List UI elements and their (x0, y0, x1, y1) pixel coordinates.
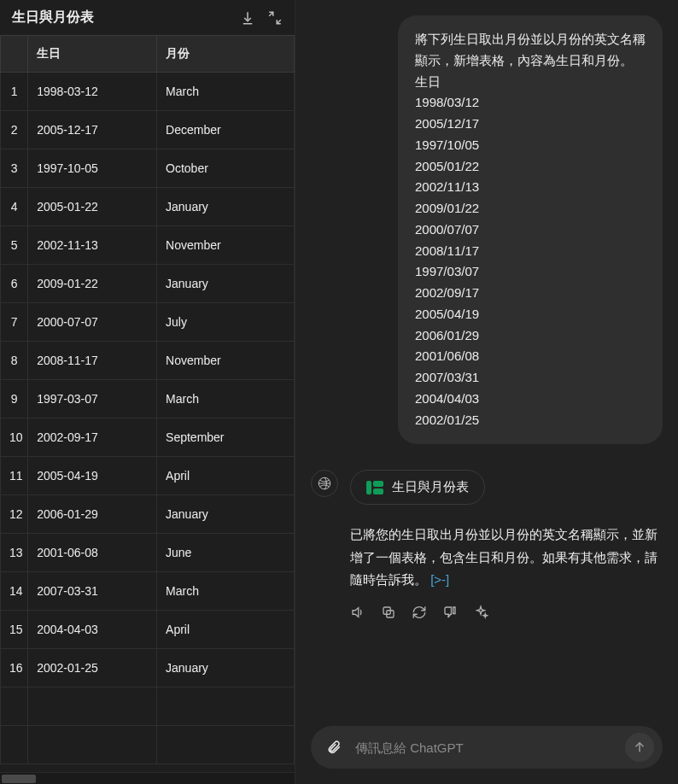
message-input[interactable] (355, 740, 618, 755)
cell-birthday: 2004-04-03 (28, 611, 157, 649)
user-date-line: 1998/03/12 (415, 92, 646, 114)
row-number: 15 (1, 611, 28, 649)
assistant-avatar-icon (311, 470, 338, 497)
table-row[interactable]: 102002-09-17September (1, 418, 295, 457)
cell-birthday: 2001-06-08 (28, 534, 157, 572)
cell-birthday: 2000-07-07 (28, 303, 157, 342)
user-date-line: 2005/12/17 (415, 114, 646, 135)
panel-title: 生日與月份表 (12, 9, 94, 26)
scrollbar-thumb[interactable] (2, 775, 36, 783)
table-chip[interactable]: 生日與月份表 (350, 470, 485, 505)
table-container: 生日 月份 11998-03-12March22005-12-17Decembe… (0, 35, 295, 772)
row-number: 12 (1, 495, 28, 534)
row-number: 9 (1, 380, 28, 418)
message-actions (350, 605, 663, 620)
composer-area (295, 716, 678, 784)
user-date-line: 2005/04/19 (415, 304, 646, 325)
cell-birthday: 2002-11-13 (28, 226, 157, 265)
cell-month: October (157, 149, 295, 188)
row-number: 8 (1, 342, 28, 380)
composer (311, 726, 663, 769)
cell-month: November (157, 342, 295, 380)
cell-month: January (157, 188, 295, 226)
row-number: 11 (1, 457, 28, 495)
user-date-line: 2008/11/17 (415, 241, 646, 262)
table-row[interactable]: 122006-01-29January (1, 495, 295, 534)
chat-panel: 將下列生日取出月份並以月份的英文名稱顯示，新增表格，內容為生日和月份。 生日 1… (295, 0, 678, 784)
table-row[interactable]: 22005-12-17December (1, 111, 295, 149)
sparkle-icon[interactable] (473, 605, 488, 620)
cell-month: March (157, 380, 295, 418)
user-date-line: 2001/06/08 (415, 346, 646, 367)
table-row[interactable]: 132001-06-08June (1, 534, 295, 572)
cell-month: January (157, 265, 295, 303)
cell-month: March (157, 73, 295, 111)
cell-birthday: 2005-12-17 (28, 111, 157, 149)
row-number: 6 (1, 265, 28, 303)
table-row[interactable]: 52002-11-13November (1, 226, 295, 265)
user-msg-label: 生日 (415, 72, 646, 93)
send-button[interactable] (625, 733, 654, 762)
cell-month: April (157, 457, 295, 495)
cell-month: July (157, 303, 295, 342)
row-number: 2 (1, 111, 28, 149)
cell-birthday: 1998-03-12 (28, 73, 157, 111)
chat-area: 將下列生日取出月份並以月份的英文名稱顯示，新增表格，內容為生日和月份。 生日 1… (295, 0, 678, 716)
table-row[interactable]: 82008-11-17November (1, 342, 295, 380)
cell-birthday: 2002-01-25 (28, 649, 157, 687)
row-number: 7 (1, 303, 28, 342)
read-aloud-icon[interactable] (350, 605, 365, 620)
user-date-line: 2007/03/31 (415, 367, 646, 389)
user-date-line: 2005/01/22 (415, 156, 646, 178)
table-row[interactable]: 62009-01-22January (1, 265, 295, 303)
cell-month: September (157, 418, 295, 457)
table-row[interactable]: 152004-04-03April (1, 611, 295, 649)
row-number: 13 (1, 534, 28, 572)
row-number: 5 (1, 226, 28, 265)
table-row[interactable]: 112005-04-19April (1, 457, 295, 495)
cell-month: January (157, 649, 295, 687)
table-row[interactable]: 162002-01-25January (1, 649, 295, 687)
assistant-message: 生日與月份表 已將您的生日取出月份並以月份的英文名稱顯示，並新增了一個表格，包含… (311, 470, 663, 620)
cell-birthday: 2005-04-19 (28, 457, 157, 495)
table-corner (1, 36, 28, 73)
horizontal-scrollbar[interactable] (0, 772, 295, 784)
table-row[interactable]: 31997-10-05October (1, 149, 295, 188)
cell-birthday: 2002-09-17 (28, 418, 157, 457)
cell-month: June (157, 534, 295, 572)
user-date-line: 2002/11/13 (415, 177, 646, 198)
cell-birthday: 2005-01-22 (28, 188, 157, 226)
user-date-line: 2004/04/03 (415, 389, 646, 410)
user-date-line: 2009/01/22 (415, 198, 646, 219)
download-icon[interactable] (240, 10, 255, 26)
thumbs-down-icon[interactable] (442, 605, 458, 620)
row-number: 4 (1, 188, 28, 226)
chip-label: 生日與月份表 (392, 479, 469, 495)
table-row[interactable]: 72000-07-07July (1, 303, 295, 342)
cell-birthday: 1997-03-07 (28, 380, 157, 418)
panel-header: 生日與月份表 (0, 0, 295, 35)
cell-birthday: 2008-11-17 (28, 342, 157, 380)
cell-birthday: 2007-03-31 (28, 572, 157, 611)
user-date-line: 2002/01/25 (415, 410, 646, 431)
cell-birthday: 2006-01-29 (28, 495, 157, 534)
table-row[interactable]: 11998-03-12March (1, 73, 295, 111)
table-row[interactable]: 142007-03-31March (1, 572, 295, 611)
table-row (1, 687, 295, 726)
table-row[interactable]: 91997-03-07March (1, 380, 295, 418)
cell-birthday: 1997-10-05 (28, 149, 157, 188)
cell-month: January (157, 495, 295, 534)
reference-link[interactable]: [>-] (430, 572, 449, 587)
collapse-icon[interactable] (267, 10, 283, 26)
attach-icon[interactable] (319, 733, 348, 762)
table-icon (366, 481, 383, 494)
birthday-table: 生日 月份 11998-03-12March22005-12-17Decembe… (0, 35, 295, 764)
table-row[interactable]: 42005-01-22January (1, 188, 295, 226)
user-date-line: 2002/09/17 (415, 283, 646, 304)
col-header-month[interactable]: 月份 (157, 36, 295, 73)
regenerate-icon[interactable] (412, 605, 427, 620)
cell-month: December (157, 111, 295, 149)
col-header-birthday[interactable]: 生日 (28, 36, 157, 73)
user-date-line: 2000/07/07 (415, 219, 646, 241)
copy-icon[interactable] (381, 605, 396, 620)
